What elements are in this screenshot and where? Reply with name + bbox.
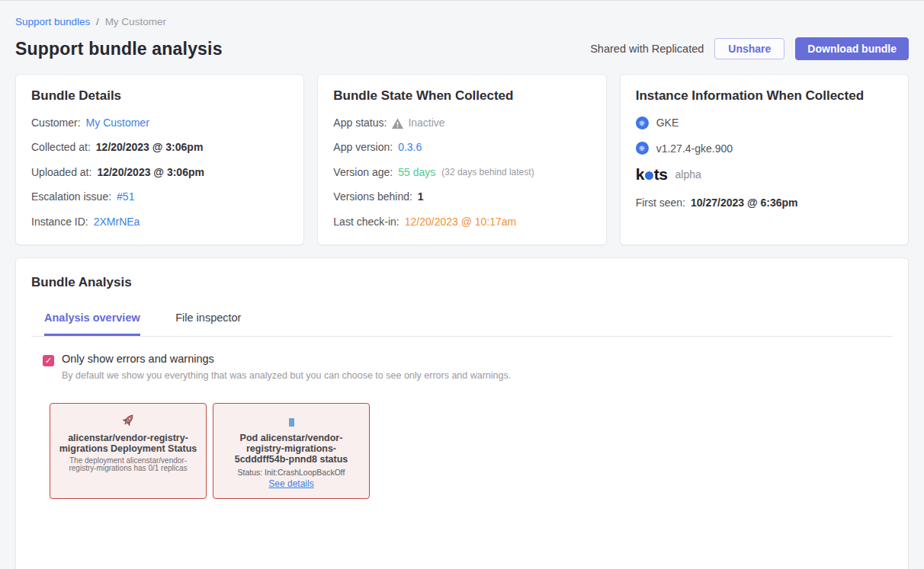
errors-filter: ✓ Only show errors and warnings By defau…: [33, 353, 893, 381]
collected-at-value: 12/20/2023 @ 3:06pm: [96, 141, 204, 153]
customer-label: Customer:: [31, 117, 81, 129]
app-version-row: App version: 0.3.6: [333, 141, 590, 153]
kubernetes-icon: ⎈: [636, 142, 649, 155]
bundle-details-card: Bundle Details Customer: My Customer Col…: [15, 74, 304, 245]
rocket-icon: [121, 412, 136, 429]
info-cards-row: Bundle Details Customer: My Customer Col…: [15, 74, 909, 245]
version-age-note: (32 days behind latest): [441, 167, 534, 177]
uploaded-at-row: Uploaded at: 12/20/2023 @ 3:06pm: [31, 166, 288, 178]
bundle-state-title: Bundle State When Collected: [333, 88, 590, 104]
k8s-version-value: v1.27.4-gke.900: [656, 142, 733, 155]
page-title: Support bundle analysis: [15, 39, 223, 59]
uploaded-at-label: Uploaded at:: [31, 166, 91, 178]
instance-info-title: Instance Information When Collected: [636, 88, 893, 104]
only-errors-label: Only show errors and warnings: [62, 353, 893, 365]
collected-at-label: Collected at:: [31, 141, 91, 153]
app-status-row: App status: Inactive: [333, 117, 590, 129]
versions-behind-label: Versions behind:: [333, 190, 412, 203]
uploaded-at-value: 12/20/2023 @ 3:06pm: [97, 166, 204, 178]
bundle-analysis-title: Bundle Analysis: [31, 275, 893, 290]
version-age-value: 55 days: [398, 166, 435, 178]
breadcrumb-separator: /: [96, 16, 99, 27]
pod-status-card[interactable]: Pod alicenstar/vendor-registry-migration…: [213, 403, 370, 499]
warning-icon: [392, 118, 403, 129]
versions-behind-row: Versions behind: 1: [333, 190, 590, 203]
analysis-results: alicenstar/vendor-registry-migrations De…: [31, 403, 893, 499]
bundle-details-title: Bundle Details: [31, 88, 288, 104]
kots-version-row: kts alpha: [636, 165, 893, 184]
download-bundle-button[interactable]: Download bundle: [795, 37, 909, 60]
instance-id-row: Instance ID: 2XMrNEa: [31, 216, 288, 228]
analysis-card-status: Status: Init:CrashLoopBackOff: [237, 468, 345, 477]
analysis-tabs: Analysis overview File inspector: [31, 311, 893, 337]
bundle-state-card: Bundle State When Collected App status: …: [317, 74, 606, 245]
see-details-link[interactable]: See details: [268, 478, 313, 489]
first-seen-label: First seen:: [636, 197, 685, 209]
kots-logo: kts: [636, 165, 668, 184]
deployment-status-card[interactable]: alicenstar/vendor-registry-migrations De…: [50, 403, 207, 499]
instance-id-label: Instance ID:: [31, 216, 88, 228]
analysis-card-title: Pod alicenstar/vendor-registry-migration…: [222, 433, 361, 465]
customer-link[interactable]: My Customer: [86, 117, 149, 129]
version-age-label: Version age:: [333, 166, 393, 178]
versions-behind-value: 1: [418, 190, 424, 203]
unshare-button[interactable]: Unshare: [714, 38, 784, 59]
tab-file-inspector[interactable]: File inspector: [175, 312, 241, 334]
breadcrumb-link-support-bundles[interactable]: Support bundles: [15, 16, 90, 27]
analysis-card-detail: The deployment alicenstar/vendor-registr…: [59, 457, 197, 473]
kots-version-value: alpha: [675, 168, 701, 181]
page-header: Support bundle analysis Shared with Repl…: [15, 37, 909, 60]
k8s-version-row: ⎈ v1.27.4-gke.900: [636, 142, 893, 155]
first-seen-row: First seen: 10/27/2023 @ 6:36pm: [636, 197, 893, 209]
kubernetes-icon: ⎈: [636, 117, 649, 129]
distribution-value: GKE: [656, 117, 679, 129]
escalation-issue-row: Escalation issue: #51: [31, 190, 288, 203]
version-age-row: Version age: 55 days (32 days behind lat…: [333, 166, 590, 178]
only-errors-description: By default we show you everything that w…: [62, 370, 893, 381]
instance-info-card: Instance Information When Collected ⎈ GK…: [620, 74, 909, 245]
breadcrumb-current: My Customer: [105, 16, 166, 27]
broken-image-icon: [289, 412, 294, 429]
first-seen-value: 10/27/2023 @ 6:36pm: [691, 197, 798, 209]
app-version-link[interactable]: 0.3.6: [398, 141, 422, 153]
kots-logo-o-dot: [645, 171, 653, 180]
breadcrumb: Support bundles / My Customer: [15, 16, 909, 27]
distribution-row: ⎈ GKE: [636, 117, 893, 129]
instance-id-link[interactable]: 2XMrNEa: [94, 216, 140, 228]
last-checkin-value: 12/20/2023 @ 10:17am: [405, 216, 517, 228]
app-status-label: App status:: [333, 117, 387, 129]
last-checkin-row: Last check-in: 12/20/2023 @ 10:17am: [333, 216, 590, 228]
escalation-issue-link[interactable]: #51: [117, 190, 134, 203]
app-status-value: Inactive: [408, 117, 444, 129]
analysis-card-title: alicenstar/vendor-registry-migrations De…: [59, 433, 197, 454]
header-actions: Shared with Replicated Unshare Download …: [590, 37, 909, 60]
collected-at-row: Collected at: 12/20/2023 @ 3:06pm: [31, 141, 288, 153]
tab-analysis-overview[interactable]: Analysis overview: [44, 312, 140, 336]
only-errors-checkbox[interactable]: ✓: [43, 355, 54, 366]
page: Support bundles / My Customer Support bu…: [0, 16, 924, 569]
bundle-analysis-card: Bundle Analysis Analysis overview File i…: [15, 257, 909, 569]
app-version-label: App version:: [333, 141, 393, 153]
shared-status-text: Shared with Replicated: [590, 43, 704, 55]
last-checkin-label: Last check-in:: [333, 216, 399, 228]
customer-row: Customer: My Customer: [31, 117, 288, 129]
escalation-issue-label: Escalation issue:: [31, 190, 111, 203]
